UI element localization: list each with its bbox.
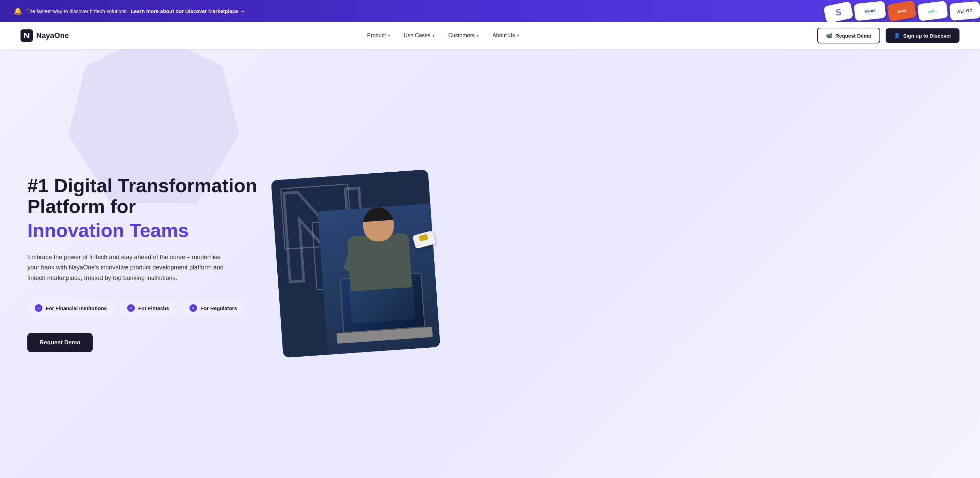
banner-cards: S Kount cloud acti... ALLOY <box>824 0 980 22</box>
chevron-down-icon: ▾ <box>517 33 519 38</box>
top-banner: 🔔 The fastest way to discover fintech so… <box>0 0 980 22</box>
check-icon-regulators: ✓ <box>189 304 197 312</box>
check-icon-fintechs: ✓ <box>127 304 135 312</box>
hero-feature-pills: ✓ For Financial Institutions ✓ For Finte… <box>27 300 267 317</box>
logo-icon <box>21 29 33 42</box>
nav-links: Product ▾ Use Cases ▾ Customers ▾ About … <box>367 32 519 39</box>
hero-title-line1: #1 Digital Transformation Platform for <box>27 175 267 217</box>
bell-icon: 🔔 <box>14 7 22 15</box>
logo-text: NayaOne <box>36 31 69 40</box>
chevron-down-icon: ▾ <box>433 33 434 38</box>
hero-dark-card <box>271 170 440 358</box>
signup-button[interactable]: 👤 Sign up to Discover <box>886 29 959 43</box>
chevron-down-icon: ▾ <box>477 33 479 38</box>
pill-regulators[interactable]: ✓ For Regulators <box>182 300 245 317</box>
banner-left: 🔔 The fastest way to discover fintech so… <box>14 7 245 15</box>
check-icon-financial: ✓ <box>35 304 42 312</box>
hero-request-demo-button[interactable]: Request Demo <box>27 333 93 352</box>
banner-text: The fastest way to discover fintech solu… <box>26 8 127 14</box>
hero-title-line2: Innovation Teams <box>27 220 267 241</box>
hero-description: Embrace the power of fintech and stay ah… <box>27 252 226 283</box>
pill-financial-institutions[interactable]: ✓ For Financial Institutions <box>27 300 114 317</box>
card-logo-alloy: ALLOY <box>949 1 980 21</box>
card-logo-action: acti... <box>917 1 948 21</box>
nav-item-product[interactable]: Product ▾ <box>367 32 390 39</box>
banner-link[interactable]: Learn more about our Discover Marketplac… <box>130 8 245 14</box>
hero-image <box>267 164 444 363</box>
card-logo-orange: cloud <box>887 0 916 22</box>
chevron-down-icon: ▾ <box>388 33 390 38</box>
nav-actions: 📹 Request Demo 👤 Sign up to Discover <box>817 28 959 43</box>
person-area <box>318 203 440 355</box>
video-icon: 📹 <box>826 32 833 39</box>
navbar: NayaOne Product ▾ Use Cases ▾ Customers … <box>0 22 980 49</box>
hero-section: #1 Digital Transformation Platform for I… <box>0 49 980 478</box>
nav-logo[interactable]: NayaOne <box>21 29 69 42</box>
user-icon: 👤 <box>894 32 900 39</box>
pill-fintechs[interactable]: ✓ For Fintechs <box>120 300 177 317</box>
card-logo-kount: Kount <box>854 1 886 21</box>
nav-item-customers[interactable]: Customers ▾ <box>448 32 479 39</box>
request-demo-button[interactable]: 📹 Request Demo <box>817 28 880 43</box>
nav-item-about-us[interactable]: About Us ▾ <box>492 32 519 39</box>
card-logo-stripe: S <box>823 1 854 22</box>
nav-item-use-cases[interactable]: Use Cases ▾ <box>404 32 434 39</box>
hero-content: #1 Digital Transformation Platform for I… <box>27 175 267 353</box>
